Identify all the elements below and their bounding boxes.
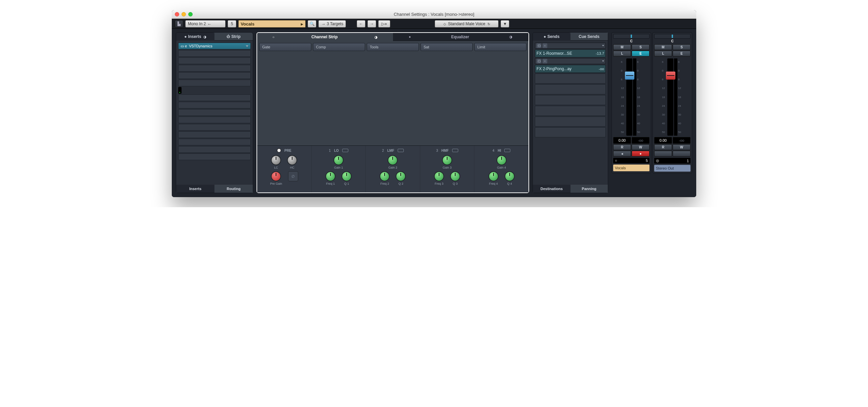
tab-inserts-bottom[interactable]: Inserts	[176, 185, 215, 193]
send-slot[interactable]	[535, 116, 606, 127]
channel-label[interactable]: Vocals	[613, 165, 650, 171]
channel-label[interactable]: Stereo Out	[654, 165, 690, 172]
preset-selector[interactable]: ◇ Standard Male Voice ↻	[435, 20, 499, 28]
insert-slot[interactable]	[178, 116, 251, 123]
phase-button[interactable]: ∅	[288, 171, 298, 181]
insert-slot[interactable]	[178, 109, 251, 116]
pre-enable-led[interactable]	[277, 148, 281, 152]
insert-slot[interactable]	[178, 79, 251, 86]
tab-cue-sends[interactable]: Cue Sends	[570, 33, 608, 41]
hc-knob[interactable]	[287, 155, 297, 165]
go-button[interactable]: ▷»	[378, 20, 390, 28]
pan-slider[interactable]	[654, 34, 690, 39]
send-slot[interactable]	[535, 95, 606, 105]
module-limit[interactable]: Limit	[474, 43, 526, 51]
module-sat[interactable]: Sat	[421, 43, 473, 51]
freq1-knob[interactable]	[326, 171, 336, 181]
module-tools[interactable]: Tools	[367, 43, 419, 51]
dropdown-icon[interactable]	[602, 61, 604, 62]
record-enable-button[interactable]: ●	[632, 151, 650, 157]
fader-track[interactable]	[626, 59, 632, 136]
pregain-knob[interactable]	[271, 171, 281, 181]
send-slot[interactable]	[535, 106, 606, 116]
send-slot[interactable]	[535, 84, 606, 94]
insert-slot[interactable]	[178, 131, 251, 138]
tab-channel-strip[interactable]: ○ Channel Strip ◑	[257, 33, 393, 41]
insert-slot-1[interactable]: ▭ e VSTDynamics	[178, 43, 251, 49]
gain1-knob[interactable]	[334, 155, 344, 165]
send-slot-2[interactable]: FX 2-PingPong...ay -oo	[535, 65, 606, 73]
power-icon[interactable]: ⏻	[536, 43, 541, 48]
tab-inserts[interactable]: ●Inserts◑	[176, 33, 215, 41]
targets-button[interactable]: → 3 Targets	[318, 20, 346, 28]
channel-name-field[interactable]: Vocals ▸	[238, 20, 306, 28]
q2-knob[interactable]	[396, 171, 406, 181]
preset-menu-button[interactable]: ▼	[501, 20, 509, 28]
curve-shelf-icon[interactable]	[342, 149, 348, 152]
q1-knob[interactable]	[342, 171, 352, 181]
insert-slot[interactable]	[178, 65, 251, 71]
freq4-knob[interactable]	[489, 171, 499, 181]
power-icon[interactable]: ⏻	[536, 59, 541, 64]
insert-slot[interactable]	[178, 94, 251, 101]
send-header[interactable]: ⏻ ⤫	[535, 43, 606, 49]
module-gate[interactable]: Gate	[259, 43, 311, 51]
dropdown-icon[interactable]	[602, 45, 604, 46]
tab-destinations[interactable]: Destinations	[533, 185, 570, 193]
read-button[interactable]: R	[613, 144, 631, 150]
module-comp[interactable]: Comp	[313, 43, 365, 51]
zoom-icon[interactable]	[188, 12, 193, 16]
send-header[interactable]: ⏻ ⤫	[535, 58, 606, 64]
peak-readout[interactable]: -oo	[632, 137, 650, 144]
insert-slot[interactable]	[178, 102, 251, 108]
insert-slot-meter[interactable]	[178, 87, 182, 94]
prefader-icon[interactable]: ⤫	[542, 43, 547, 48]
tab-panning[interactable]: Panning	[570, 185, 608, 193]
monitor-button[interactable]: ◂	[613, 151, 631, 157]
solo-button[interactable]: S	[673, 44, 690, 50]
prefader-icon[interactable]: ⤫	[542, 59, 547, 64]
volume-readout[interactable]: 0.00	[654, 137, 672, 144]
monitor-button[interactable]	[654, 151, 672, 157]
tab-equalizer[interactable]: ● Equalizer ◑	[393, 33, 529, 41]
layout-button[interactable]: ▙	[175, 20, 183, 28]
tab-sends[interactable]: ●Sends	[533, 33, 570, 41]
tab-strip[interactable]: ⏻Strip	[215, 33, 253, 41]
gain4-knob[interactable]	[497, 155, 506, 165]
insert-slot[interactable]	[178, 58, 251, 64]
tab-routing-bottom[interactable]: Routing	[215, 185, 253, 193]
input-routing[interactable]: Mono In 2 ←	[185, 20, 225, 28]
write-button[interactable]: W	[632, 144, 650, 150]
send-slot-1[interactable]: FX 1-Roomwor...SE -13.7	[535, 49, 606, 58]
peak-readout[interactable]: -oo	[673, 137, 690, 144]
q4-knob[interactable]	[505, 171, 515, 181]
record-enable-button[interactable]	[673, 151, 690, 157]
insert-slot[interactable]	[178, 139, 251, 145]
edit-button[interactable]: E	[632, 51, 650, 57]
prev-channel-button[interactable]: ←	[357, 20, 365, 28]
channel-number[interactable]: 5	[227, 20, 236, 28]
title-bar[interactable]: Channel Settings : Vocals [mono->stereo]	[172, 10, 696, 19]
mute-button[interactable]: M	[613, 44, 631, 50]
curve-bell-icon[interactable]	[398, 149, 404, 152]
next-channel-button[interactable]: →	[367, 20, 376, 28]
volume-readout[interactable]: 0.00	[613, 137, 631, 144]
insert-slot[interactable]	[178, 154, 251, 160]
insert-slot[interactable]	[178, 50, 251, 57]
search-button[interactable]: 🔍	[308, 20, 316, 28]
send-slot[interactable]	[535, 127, 606, 137]
insert-slot[interactable]	[178, 72, 251, 79]
freq2-knob[interactable]	[379, 171, 390, 181]
fader-handle[interactable]	[625, 71, 634, 79]
read-button[interactable]: R	[654, 144, 672, 150]
freq3-knob[interactable]	[434, 171, 444, 181]
minimize-icon[interactable]	[182, 12, 186, 16]
curve-bell-icon[interactable]	[452, 149, 458, 152]
mute-button[interactable]: M	[654, 44, 672, 50]
pan-slider[interactable]	[613, 34, 650, 39]
edit-button[interactable]: E	[673, 51, 690, 57]
fader-handle[interactable]	[666, 71, 675, 79]
close-icon[interactable]	[175, 12, 179, 16]
listen-button[interactable]: L	[654, 51, 672, 57]
send-slot[interactable]	[535, 73, 606, 83]
